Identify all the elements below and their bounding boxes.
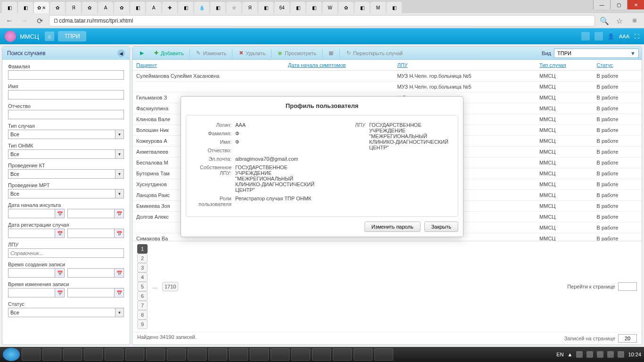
search-icon[interactable]: 🔍 — [599, 15, 610, 26]
calendar-icon[interactable]: 📅 — [115, 209, 124, 218]
calendar-icon[interactable]: 📅 — [115, 229, 124, 238]
browser-tab[interactable]: ◧ — [355, 2, 370, 13]
page-button[interactable]: 3 — [137, 263, 148, 272]
col-patient[interactable]: Пациент — [132, 60, 284, 71]
tray-icon[interactable] — [576, 351, 583, 358]
tray-up-icon[interactable]: ▲ — [568, 352, 573, 357]
mrt-select[interactable]: Все — [8, 189, 116, 198]
reload-button[interactable]: ⟳ — [34, 15, 45, 26]
header-icon[interactable] — [594, 32, 603, 41]
browser-tab[interactable]: ◧ — [290, 2, 305, 13]
browser-tab[interactable]: M — [371, 2, 386, 13]
header-icon[interactable] — [581, 32, 590, 41]
page-button[interactable]: 2 — [137, 254, 148, 263]
forward-button[interactable]: → — [19, 15, 30, 26]
calendar-icon[interactable]: 📅 — [55, 209, 65, 218]
menu-icon[interactable]: ≡ — [629, 15, 640, 26]
reg-date-from[interactable] — [8, 229, 55, 238]
stroke-date-to[interactable] — [67, 209, 115, 218]
change-password-button[interactable]: Изменить пароль — [364, 222, 421, 232]
browser-tab[interactable]: 💧 — [194, 2, 209, 13]
add-button[interactable]: ✚Добавить — [149, 49, 188, 58]
status-select[interactable]: Все — [8, 308, 116, 317]
tray-lang[interactable]: EN — [556, 352, 563, 357]
reopen-button[interactable]: ↻Переоткрыть случай — [342, 49, 406, 58]
name-input[interactable] — [8, 90, 124, 99]
browser-tab[interactable]: ✿ — [339, 2, 354, 13]
chevron-down-icon[interactable]: ▼ — [116, 189, 124, 198]
onmk-type-select[interactable]: Все — [8, 149, 116, 159]
browser-tab[interactable]: ◧ — [18, 2, 33, 13]
lpu-input[interactable] — [8, 248, 124, 258]
calendar-icon[interactable]: 📅 — [55, 229, 65, 238]
chevron-down-icon[interactable]: ▼ — [116, 308, 124, 317]
window-maximize[interactable]: ▢ — [610, 0, 627, 9]
browser-tab[interactable]: ◧ — [258, 2, 273, 13]
browser-tab[interactable]: Я — [66, 2, 81, 13]
chevron-down-icon[interactable]: ▼ — [116, 149, 124, 159]
tray-icon[interactable] — [618, 351, 624, 358]
home-button[interactable]: ⌂ — [45, 32, 54, 41]
back-button[interactable]: ← — [4, 15, 15, 26]
taskbar-item[interactable] — [354, 348, 372, 361]
browser-tab[interactable]: 64 — [274, 2, 289, 13]
taskbar-item[interactable] — [250, 348, 269, 361]
browser-tab[interactable]: A — [98, 2, 113, 13]
taskbar-item[interactable] — [208, 348, 227, 361]
modified-from[interactable] — [8, 288, 55, 297]
calendar-icon[interactable]: 📅 — [55, 288, 65, 297]
created-from[interactable] — [8, 268, 55, 278]
browser-tab[interactable]: ◧ — [2, 2, 17, 13]
tray-icon[interactable] — [597, 351, 603, 358]
tray-icon[interactable] — [607, 351, 614, 358]
taskbar-item[interactable] — [229, 348, 248, 361]
expand-panel-icon[interactable]: ▶ — [135, 49, 149, 58]
nav-tab-tpri[interactable]: ТПРИ — [58, 31, 87, 41]
goto-page-input[interactable] — [618, 282, 637, 291]
taskbar-item[interactable] — [333, 348, 352, 361]
page-last[interactable]: 1710 — [162, 282, 178, 291]
chevron-down-icon[interactable]: ▼ — [116, 130, 124, 139]
browser-tab[interactable]: ◧ — [178, 2, 193, 13]
expand-icon[interactable]: ⛶ — [634, 33, 639, 39]
collapse-icon[interactable]: ◀ — [117, 49, 125, 57]
calendar-icon[interactable]: 📅 — [115, 268, 124, 278]
tray-icon[interactable] — [586, 351, 593, 358]
page-button[interactable]: 7 — [137, 301, 148, 310]
col-case-type[interactable]: Тип случая — [536, 60, 593, 71]
page-button[interactable]: 4 — [137, 272, 148, 282]
calendar-icon[interactable]: 📅 — [115, 288, 124, 297]
browser-tab[interactable]: ✿ — [82, 2, 97, 13]
page-button[interactable]: 8 — [137, 310, 148, 320]
col-status[interactable]: Статус — [593, 60, 642, 71]
browser-tab[interactable]: ◧ — [210, 2, 225, 13]
taskbar-item[interactable] — [312, 348, 331, 361]
taskbar-item[interactable] — [84, 348, 103, 361]
browser-tab[interactable]: ✿ — [50, 2, 65, 13]
table-row[interactable]: МУЗ Н.Челн. гор.больница №5ММСЦВ работе — [132, 82, 642, 92]
taskbar-item[interactable] — [42, 348, 61, 361]
surname-input[interactable] — [8, 70, 124, 80]
browser-tab[interactable]: ✚ — [162, 2, 177, 13]
taskbar-item[interactable] — [125, 348, 144, 361]
close-button[interactable]: Закрыть — [424, 222, 458, 232]
taskbar-item[interactable] — [105, 348, 124, 361]
case-type-select[interactable]: Все — [8, 130, 116, 139]
grid-icon[interactable]: ▦ — [324, 49, 338, 58]
edit-button[interactable]: ✎Изменить — [192, 49, 231, 58]
calendar-icon[interactable]: 📅 — [55, 268, 65, 278]
user-name[interactable]: AAA — [619, 33, 629, 39]
browser-tab[interactable]: ✿ — [114, 2, 129, 13]
patronymic-input[interactable] — [8, 110, 124, 119]
page-button[interactable]: 1 — [137, 244, 148, 254]
col-lpu[interactable]: ЛПУ — [394, 60, 536, 71]
start-button[interactable] — [3, 348, 20, 361]
browser-tab[interactable]: ◧ — [306, 2, 322, 13]
table-row[interactable]: Сулейманова Сулеймя ХасановнаМУЗ Н.Челн.… — [132, 71, 642, 82]
browser-tab-active[interactable]: ✿ ✕ — [34, 2, 49, 13]
browser-tab[interactable]: ☆ — [226, 2, 241, 13]
page-button[interactable]: 6 — [137, 291, 148, 301]
chevron-down-icon[interactable]: ▼ — [116, 169, 124, 179]
tray-clock[interactable]: 10:24 — [628, 352, 641, 357]
url-input[interactable]: 🗋 cdma.tatar.ru/mmsc/tpri.xhtml — [49, 15, 595, 26]
